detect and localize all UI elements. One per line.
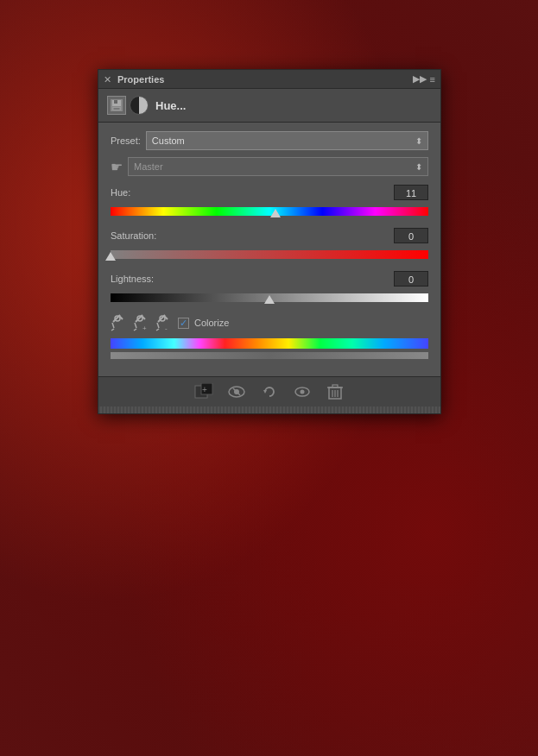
link-visibility-button[interactable]: [226, 382, 247, 401]
color-spectrum-bar2: [111, 352, 428, 359]
panel-header: Hue...: [98, 89, 440, 123]
saturation-track: [111, 250, 428, 259]
tools-row: + - ✓ Colorize: [111, 314, 428, 331]
saturation-label: Saturation:: [111, 230, 156, 241]
adjustment-layer-icon: [130, 96, 149, 115]
preset-label: Preset:: [111, 135, 141, 146]
saturation-section: Saturation: 0: [111, 228, 428, 262]
hue-track: [111, 207, 428, 216]
hue-thumb[interactable]: [270, 209, 281, 217]
panel-grip: [98, 406, 440, 413]
preset-value: Custom: [152, 135, 185, 146]
hue-slider-container[interactable]: [111, 204, 428, 219]
close-button[interactable]: ✕: [104, 75, 112, 84]
panel-content: Preset: Custom ⬍ ☛ Master ⬍ Hue: 11: [98, 123, 440, 376]
hue-value[interactable]: 11: [394, 185, 428, 200]
add-mask-button[interactable]: +: [193, 382, 214, 401]
hue-label-row: Hue: 11: [111, 185, 428, 200]
colorize-label: Colorize: [194, 318, 229, 328]
svg-line-9: [111, 329, 114, 331]
properties-panel: ✕ Properties ▶▶ ≡ Hue...: [98, 69, 441, 414]
channel-value: Master: [134, 161, 163, 172]
forward-icon[interactable]: ▶▶: [413, 73, 427, 85]
lightness-section: Lightness: 0: [111, 271, 428, 306]
svg-line-20: [156, 329, 159, 331]
menu-icon[interactable]: ≡: [430, 74, 435, 85]
lightness-track: [111, 293, 428, 302]
panel-titlebar: ✕ Properties ▶▶ ≡: [98, 70, 440, 89]
svg-rect-4: [114, 108, 120, 110]
lightness-label-row: Lightness: 0: [111, 271, 428, 287]
eyedropper-icon[interactable]: [111, 314, 124, 331]
svg-text:+: +: [202, 385, 207, 394]
svg-line-18: [157, 323, 159, 328]
eye-button[interactable]: [292, 382, 313, 401]
lightness-slider-container[interactable]: [111, 290, 428, 306]
svg-line-14: [134, 329, 136, 331]
channel-row: ☛ Master ⬍: [111, 157, 428, 176]
saturation-label-row: Saturation: 0: [111, 228, 428, 243]
hand-tool-icon[interactable]: ☛: [111, 159, 123, 175]
titlebar-right: ▶▶ ≡: [413, 73, 435, 85]
hue-title: Hue...: [155, 99, 186, 112]
check-icon: ✓: [180, 318, 187, 328]
lightness-thumb[interactable]: [264, 295, 275, 304]
channel-chevron-icon: ⬍: [415, 162, 422, 172]
colorize-row: ✓ Colorize: [178, 318, 229, 329]
svg-point-30: [301, 390, 305, 394]
panel-title: Properties: [117, 74, 164, 85]
color-spectrum-bar: [111, 338, 428, 349]
saturation-thumb[interactable]: [105, 252, 116, 261]
eyedropper-minus-icon[interactable]: -: [155, 314, 169, 331]
lightness-label: Lightness:: [111, 274, 154, 284]
svg-marker-28: [263, 390, 267, 394]
svg-line-12: [135, 323, 136, 328]
svg-line-7: [112, 323, 114, 328]
bottom-toolbar: +: [98, 376, 440, 406]
saturation-value[interactable]: 0: [394, 228, 428, 243]
svg-text:+: +: [142, 324, 147, 331]
preset-row: Preset: Custom ⬍: [111, 131, 428, 150]
preset-dropdown[interactable]: Custom ⬍: [146, 131, 428, 150]
lightness-value[interactable]: 0: [394, 271, 428, 287]
chevron-down-icon: ⬍: [415, 136, 422, 146]
hue-section: Hue: 11: [111, 185, 428, 219]
save-icon: [107, 96, 126, 115]
svg-text:-: -: [165, 324, 168, 331]
svg-rect-2: [114, 100, 117, 104]
svg-rect-33: [332, 385, 338, 387]
delete-button[interactable]: [325, 382, 345, 401]
eyedropper-plus-icon[interactable]: +: [133, 314, 147, 331]
hue-label: Hue:: [111, 187, 130, 198]
saturation-slider-container[interactable]: [111, 247, 428, 262]
reset-button[interactable]: [259, 382, 280, 401]
colorize-checkbox[interactable]: ✓: [178, 318, 189, 329]
channel-dropdown[interactable]: Master ⬍: [128, 157, 428, 176]
header-icons: [107, 96, 149, 115]
titlebar-left: ✕ Properties: [104, 74, 164, 85]
